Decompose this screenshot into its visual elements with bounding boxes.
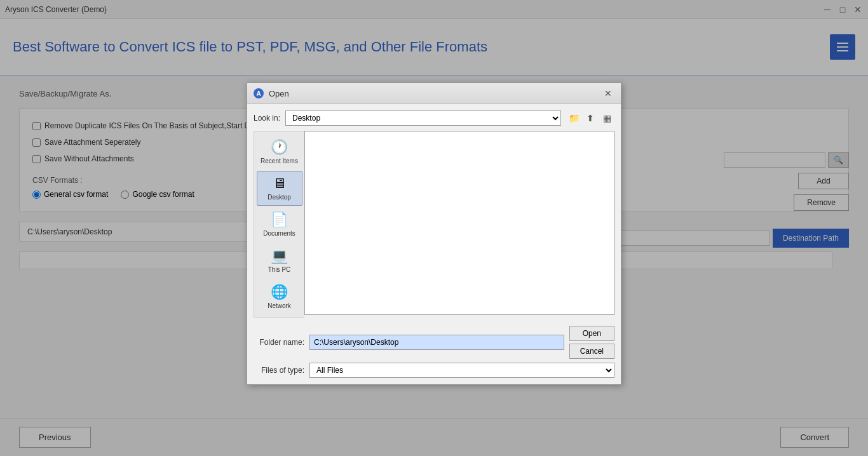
this-pc-icon: 💻 [271, 248, 288, 264]
modal-cancel-button[interactable]: Cancel [569, 344, 614, 359]
nav-item-network[interactable]: 🌐 Network [257, 279, 302, 314]
toolbar-icons: 📁 ⬆ ▦ [566, 111, 614, 126]
nav-panel: 🕐 Recent Items 🖥 Desktop 📄 Documents 💻 T… [254, 131, 304, 318]
folder-name-row: Folder name: Open Cancel [254, 326, 614, 359]
modal-app-icon: A [254, 88, 264, 98]
nav-item-recent[interactable]: 🕐 Recent Items [257, 135, 302, 170]
documents-label: Documents [263, 230, 295, 238]
folder-name-label: Folder name: [254, 338, 304, 347]
nav-item-documents[interactable]: 📄 Documents [257, 207, 302, 242]
folder-name-input[interactable] [309, 335, 564, 350]
look-in-select[interactable]: Desktop [285, 111, 561, 126]
network-icon: 🌐 [271, 284, 288, 300]
modal-title-content: A Open [254, 88, 289, 98]
network-label: Network [268, 302, 291, 310]
modal-overlay: A Open ✕ Look in: Desktop 📁 ⬆ ▦ [0, 0, 868, 456]
files-of-type-select[interactable]: All Files [309, 363, 614, 378]
open-dialog: A Open ✕ Look in: Desktop 📁 ⬆ ▦ [247, 83, 621, 385]
open-cancel-buttons: Open Cancel [569, 326, 614, 359]
new-folder-icon-btn[interactable]: 📁 [566, 111, 581, 126]
desktop-label: Desktop [268, 194, 291, 201]
recent-items-icon: 🕐 [271, 139, 288, 156]
view-options-icon-btn[interactable]: ▦ [599, 111, 614, 126]
nav-item-desktop[interactable]: 🖥 Desktop [257, 171, 302, 206]
up-folder-icon-btn[interactable]: ⬆ [583, 111, 598, 126]
file-browser-area: 🕐 Recent Items 🖥 Desktop 📄 Documents 💻 T… [254, 131, 614, 318]
modal-open-button[interactable]: Open [569, 326, 614, 341]
files-of-type-row: Files of type: All Files [254, 363, 614, 378]
this-pc-label: This PC [268, 266, 291, 274]
modal-body: Look in: Desktop 📁 ⬆ ▦ 🕐 Recent Items [247, 104, 621, 384]
look-in-label: Look in: [254, 114, 280, 123]
look-in-row: Look in: Desktop 📁 ⬆ ▦ [254, 111, 614, 126]
bottom-fields: Folder name: Open Cancel Files of type: … [254, 326, 614, 378]
nav-item-thispc[interactable]: 💻 This PC [257, 243, 302, 278]
documents-icon: 📄 [271, 211, 288, 228]
recent-items-label: Recent Items [261, 158, 298, 165]
files-of-type-label: Files of type: [254, 366, 304, 375]
desktop-icon: 🖥 [273, 175, 287, 192]
modal-close-button[interactable]: ✕ [602, 87, 614, 100]
file-list[interactable] [304, 131, 614, 315]
modal-title-bar: A Open ✕ [247, 83, 621, 104]
modal-title-text: Open [269, 89, 289, 98]
